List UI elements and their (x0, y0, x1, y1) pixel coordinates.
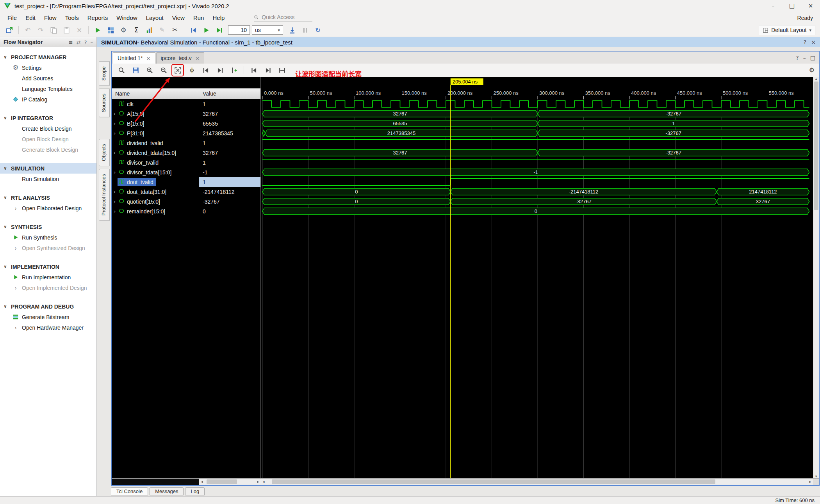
search-button[interactable] (116, 65, 127, 75)
dashboard-button[interactable] (105, 25, 116, 35)
menu-flow[interactable]: Flow (40, 13, 61, 22)
delete-button[interactable]: × (74, 25, 85, 35)
zoom-in-button[interactable] (144, 65, 155, 75)
signal-row-dividend-tdata-15-0[interactable]: ›dividend_tdata[15:0] (112, 148, 199, 158)
goto-start-button[interactable] (249, 65, 259, 75)
report-button[interactable] (144, 25, 155, 35)
chevron-right-icon[interactable]: › (12, 324, 19, 331)
step-button[interactable] (287, 25, 298, 35)
signal-row-a-15-0[interactable]: ›A[15:0] (112, 109, 199, 119)
value-cell-divisor-tvalid[interactable]: 1 (199, 158, 260, 167)
expand-chevron-icon[interactable]: › (112, 189, 118, 194)
editor-tab-untitled-1[interactable]: Untitled 1*× (113, 52, 155, 64)
wave-settings-gear-icon[interactable]: ⚙ (809, 67, 815, 73)
value-cell-dividend-tvalid[interactable]: 1 (199, 138, 260, 148)
sigma-button[interactable]: Σ (131, 25, 142, 35)
signal-row-divisor-tdata-15-0[interactable]: ›divisor_tdata[15:0] (112, 167, 199, 177)
value-scroll-thumb[interactable] (207, 479, 237, 484)
flow-collapse-icon[interactable]: ⇄ (77, 40, 81, 45)
menu-file[interactable]: File (3, 13, 21, 22)
flow-item-language-templates[interactable]: Language Templates (0, 83, 96, 94)
flow-item-run-simulation[interactable]: Run Simulation (0, 174, 96, 184)
signal-row-dout-tdata-31-0[interactable]: ›dout_tdata[31:0] (112, 187, 199, 197)
open-design-button[interactable] (4, 25, 15, 35)
panel-maximize-icon[interactable]: □ (810, 55, 815, 60)
run-all-button[interactable] (201, 25, 212, 35)
chevron-right-icon[interactable]: › (12, 284, 19, 291)
expand-chevron-icon[interactable]: › (112, 131, 118, 136)
paste-button[interactable] (61, 25, 72, 35)
zoom-fit-button[interactable] (173, 65, 183, 75)
goto-end-button[interactable] (263, 65, 273, 75)
signal-row-remainder-15-0[interactable]: ›remainder[15:0] (112, 206, 199, 216)
zoom-out-button[interactable] (159, 65, 169, 75)
maximize-button[interactable]: □ (783, 0, 801, 12)
value-cell-quotient-15-0[interactable]: -32767 (199, 197, 260, 206)
bottom-tab-messages[interactable]: Messages (150, 487, 184, 495)
scroll-up-icon[interactable]: ▴ (815, 77, 817, 81)
zoom-cursor-button[interactable] (187, 65, 197, 75)
gear-button[interactable]: ⚙ (118, 25, 129, 35)
vertical-scrollbar[interactable]: ▴ ▾ (813, 77, 819, 478)
layout-select[interactable]: Default Layout ▾ (759, 25, 815, 35)
signal-row-divisor-tvalid[interactable]: divisor_tvalid (112, 158, 199, 167)
close-tab-icon[interactable]: × (146, 56, 151, 61)
flow-section-rtl-analysis[interactable]: ∨RTL ANALYSIS (0, 192, 96, 203)
flow-section-implementation[interactable]: ∨IMPLEMENTATION (0, 261, 96, 272)
flow-item-settings[interactable]: ⚙Settings (0, 62, 96, 73)
expand-chevron-icon[interactable]: › (112, 121, 118, 126)
pause-button[interactable] (299, 25, 310, 35)
value-cell-clk[interactable]: 1 (199, 99, 260, 109)
runtime-input[interactable]: 10 (228, 25, 250, 35)
menu-tools[interactable]: Tools (61, 13, 83, 22)
minimize-button[interactable]: – (764, 0, 783, 12)
flow-section-ip-integrator[interactable]: ∨IP INTEGRATOR (0, 113, 96, 123)
restart-button[interactable] (188, 25, 199, 35)
value-column-header[interactable]: Value (199, 88, 260, 99)
scroll-right-icon[interactable]: ▸ (808, 480, 813, 484)
probe-button[interactable]: ✂ (169, 25, 180, 35)
flow-item-open-elaborated-design[interactable]: ›Open Elaborated Design (0, 203, 96, 213)
flow-section-synthesis[interactable]: ∨SYNTHESIS (0, 222, 96, 232)
signal-row-p-31-0[interactable]: ›P[31:0] (112, 128, 199, 138)
side-tab-scope[interactable]: Scope (99, 61, 110, 86)
panel-float-icon[interactable]: – (803, 55, 806, 60)
flow-section-project-manager[interactable]: ∨PROJECT MANAGER (0, 52, 96, 62)
redo-button[interactable]: ↷ (35, 25, 46, 35)
signal-row-clk[interactable]: clk (112, 99, 199, 109)
flow-item-open-synthesized-design[interactable]: ›Open Synthesized Design (0, 243, 96, 253)
waveform-canvas[interactable]: 32767-327676553512147385345-3276732767-3… (261, 99, 813, 478)
signal-row-b-15-0[interactable]: ›B[15:0] (112, 119, 199, 128)
menu-edit[interactable]: Edit (21, 13, 40, 22)
run-button[interactable] (92, 25, 103, 35)
expand-chevron-icon[interactable]: › (112, 209, 118, 214)
close-tab-icon[interactable]: × (195, 56, 200, 61)
scroll-right-icon[interactable]: ▸ (255, 480, 261, 484)
menu-help[interactable]: Help (208, 13, 229, 22)
scroll-down-icon[interactable]: ▾ (815, 475, 817, 478)
flow-section-program-and-debug[interactable]: ∨PROGRAM AND DEBUG (0, 301, 96, 312)
panel-help-icon[interactable]: ? (796, 55, 799, 60)
menu-run[interactable]: Run (189, 13, 209, 22)
side-tab-protocol-instances[interactable]: Protocol Instances (99, 169, 110, 221)
chevron-right-icon[interactable]: › (12, 245, 19, 252)
side-tab-objects[interactable]: Objects (99, 139, 110, 166)
flow-settings-icon[interactable]: ≡ (69, 40, 73, 45)
scroll-left-icon[interactable]: ◂ (199, 480, 205, 484)
scroll-left-icon[interactable]: ◂ (261, 480, 266, 484)
flow-item-generate-block-design[interactable]: Generate Block Design (0, 144, 96, 155)
editor-tab-ipcore-test-v[interactable]: ipcore_test.v× (156, 52, 204, 64)
value-cell-a-15-0[interactable]: 32767 (199, 109, 260, 119)
value-cell-divisor-tdata-15-0[interactable]: -1 (199, 167, 260, 177)
value-scrollbar[interactable]: ◂ ▸ (199, 479, 261, 485)
edit-button[interactable]: ✎ (157, 25, 168, 35)
expand-chevron-icon[interactable]: › (112, 170, 118, 175)
bottom-tab-log[interactable]: Log (185, 487, 205, 495)
value-cell-p-31-0[interactable]: 2147385345 (199, 128, 260, 138)
value-cell-remainder-15-0[interactable]: 0 (199, 206, 260, 216)
value-cell-b-15-0[interactable]: 65535 (199, 119, 260, 128)
flow-minimize-icon[interactable]: – (91, 40, 93, 45)
prev-edge-button[interactable] (201, 65, 211, 75)
value-cell-dividend-tdata-15-0[interactable]: 32767 (199, 148, 260, 158)
menu-view[interactable]: View (168, 13, 189, 22)
